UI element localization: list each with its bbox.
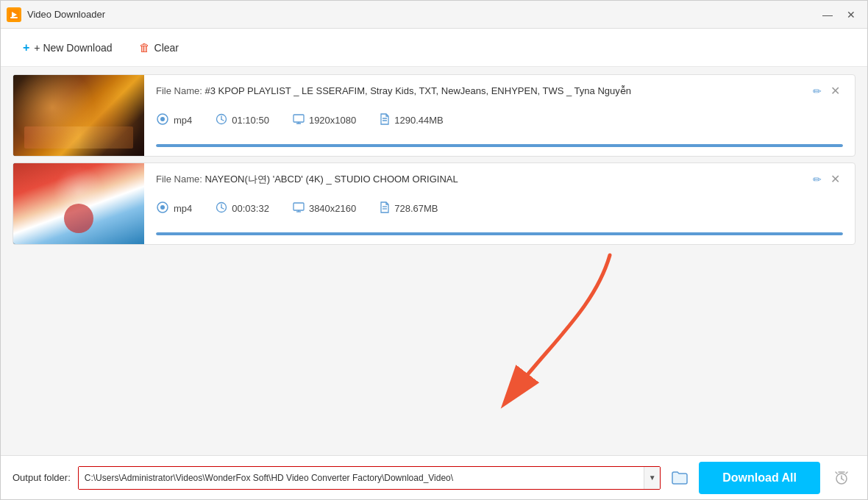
bottom-bar: Output folder: ▼ Download All	[1, 455, 867, 499]
format-icon-1	[156, 113, 169, 128]
filesize-meta-2: 728.67MB	[380, 201, 438, 215]
filename-1: #3 KPOP PLAYLIST _ LE SSERAFIM, Stray Ki…	[204, 85, 631, 96]
trash-icon: 🗑	[139, 41, 150, 54]
card-title-2: File Name: NAYEON(나연) 'ABCD' (4K) _ STUD…	[156, 173, 807, 186]
download-all-button[interactable]: Download All	[699, 462, 820, 494]
duration-meta-1: 01:10:50	[216, 113, 269, 127]
progress-bar-2	[156, 232, 843, 235]
clock-icon-1	[216, 113, 227, 127]
clock-icon-2	[216, 201, 227, 215]
file-icon-1	[380, 113, 390, 127]
duration-meta-2: 00:03:32	[216, 201, 269, 215]
window-title: Video Downloader	[27, 9, 105, 20]
svg-line-26	[842, 479, 844, 480]
svg-line-7	[221, 120, 224, 121]
card-body-1: File Name: #3 KPOP PLAYLIST _ LE SSERAFI…	[144, 75, 855, 156]
close-card-1-button[interactable]: ✕	[828, 84, 843, 98]
title-bar-controls: — ✕	[817, 7, 861, 23]
resolution-value-1: 1920x1080	[309, 115, 356, 126]
card-title-1: File Name: #3 KPOP PLAYLIST _ LE SSERAFI…	[156, 85, 807, 96]
output-path-container[interactable]: ▼	[78, 466, 661, 490]
plus-icon: +	[23, 41, 29, 54]
output-path-input[interactable]	[79, 467, 644, 489]
format-value-1: mp4	[174, 115, 192, 126]
edit-icon-1[interactable]: ✏	[813, 85, 822, 97]
filename-label-1: File Name:	[156, 85, 202, 96]
folder-icon	[672, 471, 688, 485]
app-window: Video Downloader — ✕ + + New Download 🗑 …	[0, 0, 868, 500]
file-icon-2	[380, 201, 390, 215]
format-meta-2: mp4	[156, 201, 192, 216]
close-button[interactable]: ✕	[841, 7, 861, 23]
minimize-button[interactable]: —	[817, 7, 838, 23]
duration-value-2: 00:03:32	[232, 203, 269, 214]
title-bar-left: Video Downloader	[7, 7, 105, 22]
format-meta-1: mp4	[156, 113, 192, 128]
title-bar: Video Downloader — ✕	[1, 1, 867, 29]
progress-bar-container-2	[156, 232, 843, 235]
filesize-value-1: 1290.44MB	[394, 115, 444, 126]
output-path-dropdown[interactable]: ▼	[644, 467, 660, 489]
filesize-value-2: 728.67MB	[394, 203, 438, 214]
svg-line-17	[221, 208, 224, 210]
clear-button[interactable]: 🗑 Clear	[129, 37, 189, 58]
card-title-row-1: File Name: #3 KPOP PLAYLIST _ LE SSERAFI…	[156, 84, 843, 98]
card-meta-1: mp4 01:10:50	[156, 113, 843, 128]
progress-bar-container-1	[156, 144, 843, 147]
thumbnail-1	[13, 75, 144, 156]
new-download-button[interactable]: + + New Download	[13, 37, 123, 59]
resolution-meta-1: 1920x1080	[293, 114, 356, 126]
download-card-2: File Name: NAYEON(나연) 'ABCD' (4K) _ STUD…	[13, 162, 855, 245]
svg-rect-18	[294, 203, 304, 210]
alarm-icon	[833, 470, 850, 486]
new-download-label: + New Download	[34, 42, 112, 54]
resolution-meta-2: 3840x2160	[293, 202, 356, 215]
resolution-value-2: 3840x2160	[309, 203, 356, 214]
edit-icon-2[interactable]: ✏	[813, 174, 822, 185]
format-icon-2	[156, 201, 169, 216]
duration-value-1: 01:10:50	[232, 115, 269, 126]
browse-folder-button[interactable]	[668, 466, 691, 490]
toolbar: + + New Download 🗑 Clear	[1, 29, 867, 67]
alarm-button[interactable]	[828, 464, 855, 492]
filesize-meta-1: 1290.44MB	[380, 113, 444, 127]
close-card-2-button[interactable]: ✕	[828, 172, 843, 186]
card-title-row-2: File Name: NAYEON(나연) 'ABCD' (4K) _ STUD…	[156, 172, 843, 186]
progress-bar-1	[156, 144, 843, 147]
card-meta-2: mp4 00:03:32	[156, 201, 843, 216]
app-icon	[7, 7, 21, 22]
resolution-icon-2	[293, 202, 305, 215]
svg-point-14	[160, 205, 165, 210]
filename-label-2: File Name:	[156, 174, 202, 185]
download-card-1: File Name: #3 KPOP PLAYLIST _ LE SSERAFI…	[13, 74, 855, 157]
card-body-2: File Name: NAYEON(나연) 'ABCD' (4K) _ STUD…	[144, 163, 855, 244]
svg-rect-8	[294, 115, 304, 122]
svg-point-4	[160, 117, 165, 121]
output-folder-label: Output folder:	[13, 472, 71, 483]
filename-2: NAYEON(나연) 'ABCD' (4K) _ STUDIO CHOOM OR…	[204, 174, 458, 185]
thumbnail-2	[13, 163, 144, 244]
clear-label: Clear	[154, 42, 179, 54]
content-area: File Name: #3 KPOP PLAYLIST _ LE SSERAFI…	[1, 67, 867, 455]
format-value-2: mp4	[174, 203, 192, 214]
svg-rect-2	[10, 17, 18, 18]
resolution-icon-1	[293, 114, 305, 126]
